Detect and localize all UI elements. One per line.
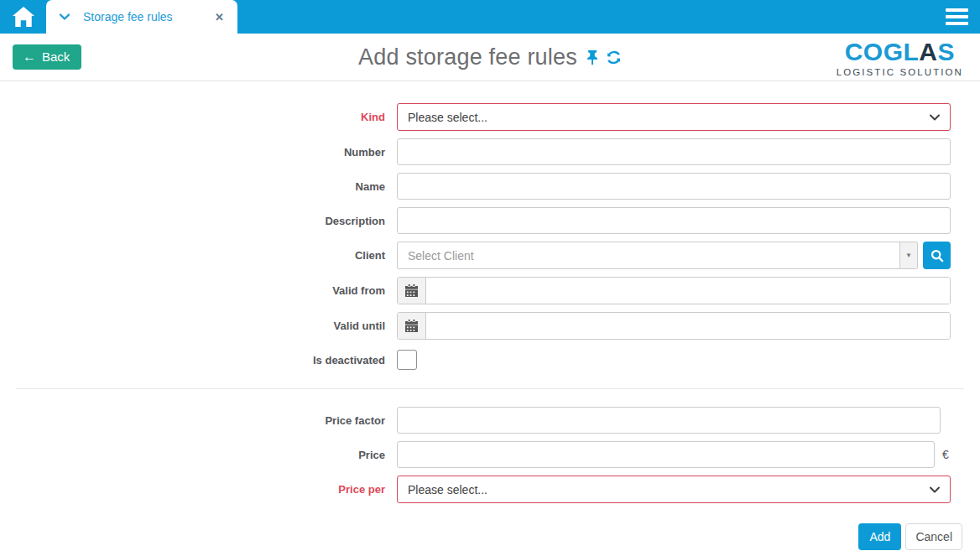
valid-until-label: Valid until — [0, 320, 397, 332]
description-input[interactable] — [397, 207, 951, 234]
currency-symbol: € — [942, 448, 949, 461]
number-input[interactable] — [397, 138, 951, 165]
chevron-down-icon — [930, 486, 940, 493]
description-label: Description — [0, 215, 397, 227]
client-row: Client ▼ — [0, 242, 980, 269]
name-input[interactable] — [397, 173, 951, 200]
description-row: Description — [0, 207, 980, 234]
price-per-select-value: Please select... — [408, 483, 930, 496]
valid-from-input[interactable] — [426, 278, 950, 304]
pin-icon[interactable] — [586, 50, 599, 65]
refresh-icon[interactable] — [606, 49, 622, 65]
logo-tagline: LOGISTIC SOLUTION — [837, 67, 963, 77]
client-search-button[interactable] — [923, 242, 951, 269]
back-button[interactable]: ← Back — [13, 44, 81, 70]
home-button[interactable] — [0, 0, 46, 34]
calendar-icon[interactable] — [398, 313, 426, 339]
back-arrow-icon: ← — [23, 50, 36, 64]
page-header: ← Back Add storage fee rules COGLAS LOGI… — [0, 34, 980, 81]
name-label: Name — [0, 180, 397, 193]
tab-storage-fee-rules[interactable]: Storage fee rules ✕ — [46, 0, 237, 34]
kind-select[interactable]: Please select... — [397, 103, 951, 131]
chevron-down-icon[interactable] — [60, 13, 70, 20]
price-factor-row: Price factor — [0, 407, 980, 434]
kind-select-value: Please select... — [408, 111, 930, 124]
price-input[interactable] — [397, 441, 935, 468]
valid-until-row: Valid until — [0, 312, 980, 340]
coglas-logo: COGLAS LOGISTIC SOLUTION — [837, 39, 963, 77]
chevron-down-icon — [930, 114, 940, 121]
price-factor-input[interactable] — [397, 407, 941, 434]
price-per-row: Price per Please select... — [0, 476, 980, 503]
name-row: Name — [0, 173, 980, 200]
top-bar: Storage fee rules ✕ — [0, 0, 980, 34]
tab-label: Storage fee rules — [83, 10, 213, 23]
price-row: Price € — [0, 441, 980, 468]
search-icon — [930, 249, 944, 263]
menu-icon[interactable] — [946, 0, 968, 34]
client-label: Client — [0, 249, 397, 262]
kind-row: Kind Please select... — [0, 103, 980, 131]
kind-label: Kind — [0, 111, 397, 123]
page-title: Add storage fee rules — [358, 44, 577, 70]
price-factor-label: Price factor — [0, 414, 397, 427]
client-input[interactable] — [398, 242, 899, 268]
is-deactivated-row: Is deactivated — [0, 350, 980, 370]
valid-from-label: Valid from — [0, 284, 397, 297]
number-row: Number — [0, 138, 980, 165]
is-deactivated-label: Is deactivated — [0, 354, 397, 366]
client-dropdown-arrow[interactable]: ▼ — [899, 242, 917, 268]
close-icon[interactable]: ✕ — [213, 9, 226, 25]
price-label: Price — [0, 449, 397, 461]
valid-from-row: Valid from — [0, 277, 980, 304]
calendar-icon[interactable] — [398, 278, 426, 304]
cancel-button[interactable]: Cancel — [905, 523, 962, 550]
number-label: Number — [0, 146, 397, 159]
valid-until-input[interactable] — [426, 313, 950, 339]
price-per-select[interactable]: Please select... — [397, 476, 951, 503]
price-per-label: Price per — [0, 483, 397, 496]
form-actions: Add Cancel — [0, 523, 980, 550]
back-button-label: Back — [42, 49, 70, 64]
is-deactivated-checkbox[interactable] — [397, 350, 417, 370]
add-button[interactable]: Add — [858, 523, 901, 550]
section-divider — [16, 388, 964, 389]
home-icon — [13, 7, 34, 27]
storage-fee-rules-form: Kind Please select... Number Name Descri… — [0, 81, 980, 550]
